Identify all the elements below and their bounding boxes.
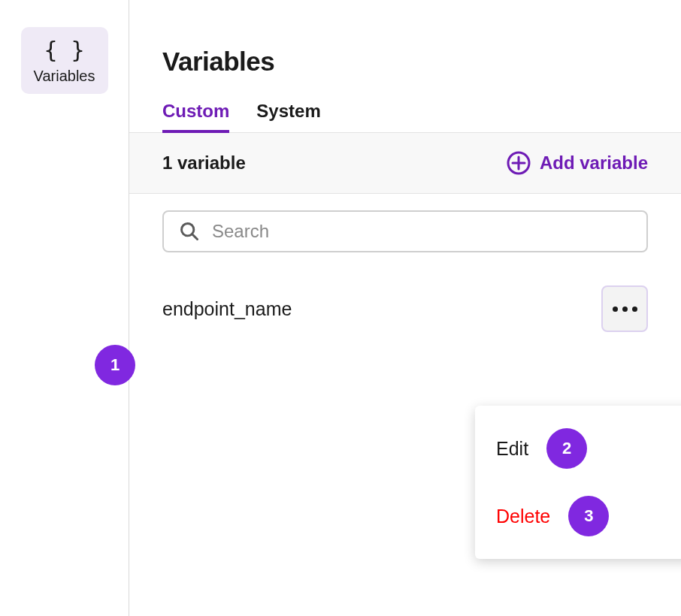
menu-item-delete[interactable]: Delete 3 (475, 482, 681, 550)
tab-system[interactable]: System (256, 95, 320, 132)
add-variable-button[interactable]: Add variable (507, 151, 648, 175)
annotation-badge: 3 (568, 496, 609, 536)
menu-item-label: Edit (496, 438, 528, 460)
variable-row: endpoint_name (162, 285, 648, 332)
main-panel: Variables Custom System 1 variable (129, 0, 681, 616)
more-options-button[interactable] (601, 285, 648, 332)
search-input[interactable] (212, 221, 631, 242)
plus-circle-icon (507, 151, 531, 175)
menu-item-edit[interactable]: Edit 2 (475, 415, 681, 482)
tab-label: System (256, 101, 320, 121)
variable-list: endpoint_name (129, 252, 681, 332)
variable-count: 1 variable (162, 152, 246, 174)
annotation-badge: 2 (546, 428, 587, 469)
sidebar-item-label: Variables (34, 68, 95, 85)
toolbar: 1 variable Add variable (129, 132, 681, 194)
sidebar-item-variables[interactable]: { } Variables (21, 27, 108, 94)
dots-icon (613, 306, 618, 312)
menu-item-label: Delete (496, 506, 550, 527)
sidebar: { } Variables (0, 0, 129, 616)
braces-icon: { } (44, 39, 84, 62)
search-container (129, 194, 681, 252)
search-icon (179, 221, 200, 242)
svg-line-4 (192, 234, 198, 240)
page-title: Variables (129, 47, 681, 95)
annotation-badge: 1 (95, 345, 135, 385)
tab-label: Custom (162, 101, 229, 121)
tab-custom[interactable]: Custom (162, 95, 229, 132)
variable-name: endpoint_name (162, 298, 292, 320)
add-variable-label: Add variable (540, 152, 648, 174)
tabs: Custom System (129, 95, 681, 132)
search-box[interactable] (162, 210, 648, 252)
context-menu: Edit 2 Delete 3 (475, 406, 681, 559)
